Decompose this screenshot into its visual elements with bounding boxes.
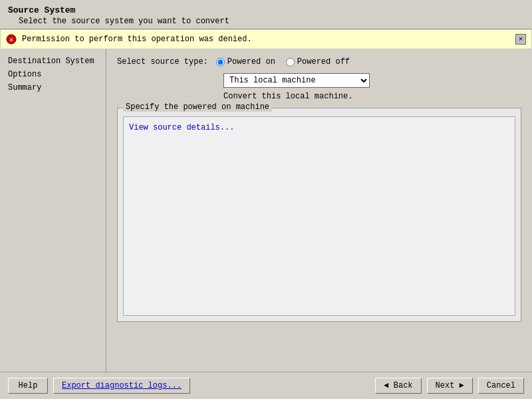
sidebar-item-options[interactable]: Options: [0, 68, 106, 81]
specify-box-inner: View source details...: [123, 116, 515, 316]
next-button[interactable]: Next ►: [427, 378, 473, 394]
error-bar: ✕ Permission to perform this operation w…: [0, 29, 532, 49]
footer-left: Help Export diagnostic logs...: [8, 378, 190, 394]
sidebar-item-summary[interactable]: Summary: [0, 81, 106, 94]
error-close-button[interactable]: ×: [515, 34, 526, 45]
back-button[interactable]: ◄ Back: [375, 378, 421, 394]
source-type-row: Select source type: Powered on Powered o…: [117, 57, 521, 66]
title-bar: Source System Select the source system y…: [0, 0, 532, 29]
cancel-button[interactable]: Cancel: [478, 378, 524, 394]
error-icon: ✕: [6, 34, 17, 45]
help-button[interactable]: Help: [8, 378, 48, 394]
dropdown-row: This local machine Remote machine: [223, 73, 521, 88]
page-subtitle: Select the source system you want to con…: [19, 17, 524, 26]
footer: Help Export diagnostic logs... ◄ Back Ne…: [0, 372, 532, 399]
radio-powered-on-input[interactable]: [216, 58, 225, 66]
source-dropdown[interactable]: This local machine Remote machine: [223, 73, 370, 88]
svg-text:✕: ✕: [9, 36, 14, 44]
specify-box-legend: Specify the powered on machine: [123, 102, 272, 112]
radio-group: Powered on Powered off: [216, 57, 350, 66]
sidebar-item-destination-system[interactable]: Destination System: [0, 55, 106, 68]
radio-powered-off-input[interactable]: [286, 58, 295, 66]
content-area: Select source type: Powered on Powered o…: [106, 49, 532, 372]
main-window: Source System Select the source system y…: [0, 0, 532, 399]
specify-box: Specify the powered on machine View sour…: [117, 108, 521, 322]
sidebar: Destination System Options Summary: [0, 49, 106, 372]
radio-powered-off[interactable]: Powered off: [286, 57, 350, 66]
main-content: Destination System Options Summary Selec…: [0, 49, 532, 372]
export-logs-button[interactable]: Export diagnostic logs...: [53, 378, 190, 394]
convert-text: Convert this local machine.: [223, 92, 521, 101]
radio-powered-on[interactable]: Powered on: [216, 57, 275, 66]
footer-right: ◄ Back Next ► Cancel: [375, 378, 524, 394]
source-type-label: Select source type:: [117, 57, 208, 66]
view-source-link[interactable]: View source details...: [129, 123, 234, 132]
page-title: Source System: [8, 5, 524, 15]
error-message: Permission to perform this operation was…: [22, 35, 510, 44]
